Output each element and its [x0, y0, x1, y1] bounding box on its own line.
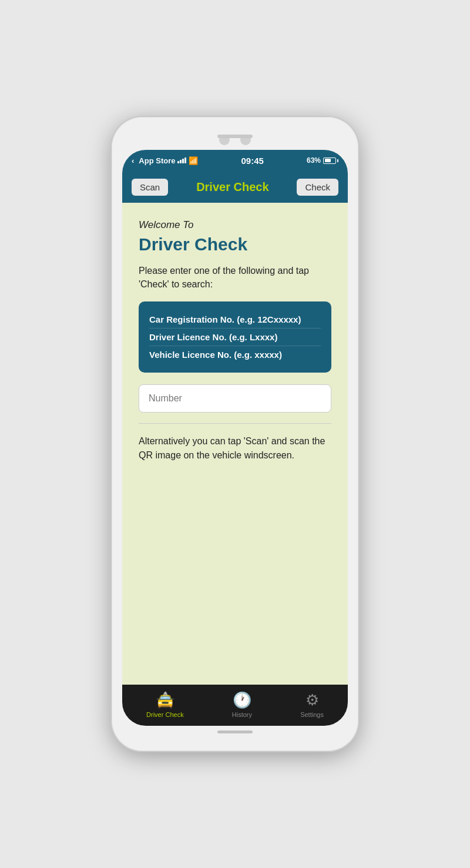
app-store-label: App Store — [139, 156, 175, 165]
welcome-text: Welcome To — [139, 219, 331, 231]
phone-screen: ‹ App Store 📶 09:45 63% Scan — [122, 150, 348, 726]
signal-icon — [177, 157, 186, 163]
info-item-licence: Driver Licence No. (e.g. Lxxxx) — [149, 329, 321, 346]
info-item-registration: Car Registration No. (e.g. 12Cxxxxx) — [149, 311, 321, 329]
gear-icon: ⚙ — [306, 691, 319, 709]
home-bar — [217, 730, 253, 733]
info-box: Car Registration No. (e.g. 12Cxxxxx) Dri… — [139, 301, 331, 373]
phone-top — [122, 128, 348, 150]
description-text: Please enter one of the following and ta… — [139, 264, 331, 291]
app-title: Driver Check — [139, 234, 331, 254]
check-button[interactable]: Check — [297, 179, 338, 196]
number-input[interactable] — [139, 384, 331, 413]
car-icon: 🚖 — [156, 691, 174, 709]
status-bar: ‹ App Store 📶 09:45 63% — [122, 150, 348, 171]
back-chevron-icon: ‹ — [132, 156, 134, 165]
status-right: 63% — [307, 156, 338, 165]
nav-title: Driver Check — [196, 180, 268, 194]
tab-history-label: History — [232, 711, 252, 718]
wifi-icon: 📶 — [189, 156, 198, 165]
alt-text: Alternatively you can tap 'Scan' and sca… — [139, 434, 331, 463]
home-indicator — [122, 726, 348, 740]
status-left: ‹ App Store 📶 — [132, 156, 198, 165]
tab-settings-label: Settings — [300, 711, 324, 718]
nav-bar: Scan Driver Check Check — [122, 171, 348, 203]
info-item-vehicle: Vehicle Licence No. (e.g. xxxxx) — [149, 346, 321, 363]
divider — [139, 423, 331, 424]
tab-history[interactable]: 🕐 History — [232, 691, 252, 718]
battery-percent: 63% — [307, 156, 321, 165]
tab-settings[interactable]: ⚙ Settings — [300, 691, 324, 718]
tab-bar: 🚖 Driver Check 🕐 History ⚙ Settings — [122, 685, 348, 726]
battery-icon — [323, 157, 338, 164]
tab-driver-check[interactable]: 🚖 Driver Check — [146, 691, 184, 718]
clock-icon: 🕐 — [233, 691, 251, 709]
speaker-bar — [217, 135, 253, 138]
main-content: Welcome To Driver Check Please enter one… — [122, 203, 348, 685]
status-time: 09:45 — [241, 156, 264, 166]
tab-driver-check-label: Driver Check — [146, 711, 184, 718]
scan-button[interactable]: Scan — [132, 179, 168, 196]
phone-frame: ‹ App Store 📶 09:45 63% Scan — [112, 117, 358, 751]
